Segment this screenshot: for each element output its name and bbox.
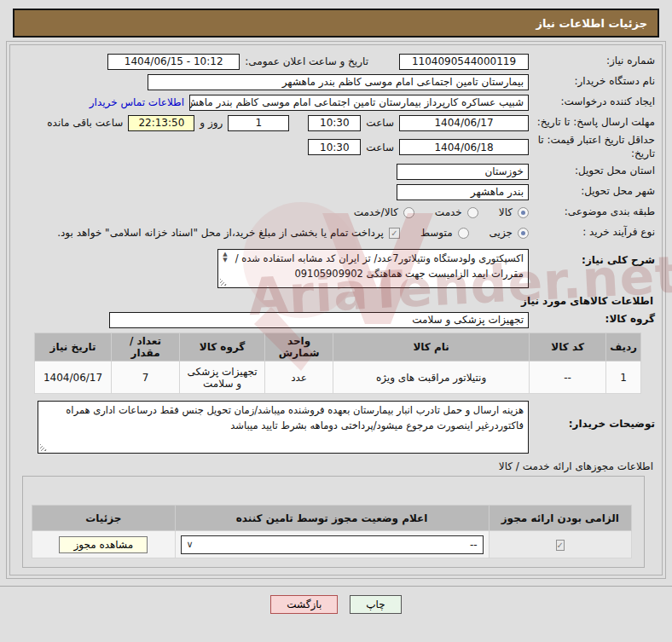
view-license-button[interactable]: مشاهده مجوز (59, 536, 148, 553)
print-button[interactable]: چاپ (350, 595, 401, 614)
cell-quantity: 7 (112, 361, 180, 394)
city-row: شهر محل تحویل: بندر ماهشهر (15, 182, 655, 201)
price-validity-date-field: 1404/06/18 (399, 139, 529, 155)
province-row: استان محل تحویل: خوزستان (15, 162, 655, 181)
cell-item-code: -- (530, 361, 606, 394)
resize-handle-icon[interactable] (220, 278, 228, 286)
page-title-text: جزئیات اطلاعات نیاز (536, 17, 647, 30)
col-quantity: تعداد / مقدار (112, 333, 180, 361)
category-goods-label: کالا (499, 206, 513, 218)
col-row-index: ردیف (606, 333, 641, 361)
need-description-row: شرح کلی نیاز: اکسپکتوری ولودستگاه ونتیلا… (15, 249, 655, 288)
col-license-status: اعلام وضعیت مجوز توسط تامین کننده (175, 506, 489, 531)
price-validity-hour-label: ساعت (366, 142, 394, 153)
goods-group-field: تجهیزات پزشکی و سلامت (109, 312, 529, 328)
main-panel: شماره نیاز: 1104090544000119 تاریخ و ساع… (6, 41, 666, 579)
reply-deadline-row: مهلت ارسال پاسخ: تا تاریخ: 1404/06/17 سا… (15, 113, 655, 132)
goods-section-title: اطلاعات کالاهای مورد نیاز (17, 295, 653, 307)
buyer-notes-label: توضیحات خریدار: (534, 401, 655, 431)
price-validity-row: حداقل تاریخ اعتبار قیمت: تا تاریخ: 1404/… (15, 134, 655, 160)
city-label: شهر محل تحویل: (534, 185, 655, 199)
cell-unit: عدد (265, 361, 333, 394)
purchase-process-label: نوع فرآیند خرید : (534, 226, 655, 240)
subject-class-row: طبقه بندی موضوعی: کالا خدمت کالا/خدمت (15, 203, 655, 222)
process-minor-label: جزیی (490, 227, 513, 239)
col-unit: واحد شمارش (265, 333, 333, 361)
col-item-code: کد کالا (530, 333, 606, 361)
price-validity-time-field: 10:30 (308, 139, 361, 155)
license-table-row: ✓ -- ∨ مشاهده مجوز (32, 531, 632, 558)
buyer-notes-textarea: هزینه ارسال و حمل تادرب انبار بیمارستان … (38, 401, 529, 454)
category-radio-both (403, 207, 414, 218)
announce-label: تاریخ و ساعت اعلان عمومی: (245, 55, 368, 67)
category-radio-service (467, 207, 478, 218)
need-description-text: اکسپکتوری ولودستگاه ونتیلاتور7عدد/ تز ای… (235, 252, 524, 280)
cell-group: تجهیزات پزشکی و سلامت (180, 361, 265, 394)
license-status-select[interactable]: -- ∨ (181, 535, 484, 554)
col-item-name: نام کالا (333, 333, 530, 361)
page-title: جزئیات اطلاعات نیاز (13, 9, 659, 38)
cell-item-name: ونتیلاتور مراقبت های ویژه (333, 361, 530, 394)
price-validity-label: حداقل تاریخ اعتبار قیمت: تا تاریخ: (534, 134, 655, 160)
remaining-days-field: 1 (228, 115, 289, 131)
goods-table-row: 1 -- ونتیلاتور مراقبت های ویژه عدد تجهیز… (35, 361, 641, 394)
form-panel: شماره نیاز: 1104090544000119 تاریخ و ساع… (9, 44, 663, 575)
treasury-checkbox: ✓ (389, 228, 400, 239)
goods-table-header-row: ردیف کد کالا نام کالا واحد شمارش گروه کا… (35, 333, 641, 361)
buyer-org-field: بیمارستان تامین اجتماعی امام موسی کاظم ب… (148, 74, 529, 90)
remaining-time-field: 22:13:50 (128, 115, 194, 131)
subject-class-label: طبقه بندی موضوعی: (534, 205, 655, 219)
cell-license-status: -- ∨ (175, 531, 489, 558)
goods-table: ردیف کد کالا نام کالا واحد شمارش گروه کا… (34, 333, 641, 394)
requester-field: شبیب عساکره کارپرداز بیمارستان تامین اجت… (189, 95, 529, 111)
buyer-org-row: نام دستگاه خریدار: بیمارستان تامین اجتما… (15, 72, 655, 91)
license-table: الزامی بودن ارائه مجوز اعلام وضعیت مجوز … (32, 505, 632, 558)
cell-license-required: ✓ (489, 531, 631, 558)
buyer-notes-row: توضیحات خریدار: هزینه ارسال و حمل تادرب … (15, 401, 655, 454)
buyer-org-label: نام دستگاه خریدار: (534, 75, 655, 89)
remaining-days-label: روز و (200, 117, 223, 129)
col-license-details: جزئیات (32, 506, 176, 531)
goods-group-row: گروه کالا: تجهیزات پزشکی و سلامت (15, 310, 655, 329)
announce-datetime-field: 1404/06/15 - 10:12 (107, 54, 240, 70)
deadline-time-field: 10:30 (308, 115, 361, 131)
reply-deadline-label: مهلت ارسال پاسخ: تا تاریخ: (534, 116, 655, 130)
province-label: استان محل تحویل: (534, 165, 655, 178)
license-section-title: اطلاعات مجوزهای ارائه خدمت / کالا (17, 460, 653, 472)
process-radio-minor (518, 228, 529, 239)
category-both-label: کالا/خدمت (354, 206, 398, 218)
cell-row-index: 1 (606, 361, 641, 394)
goods-group-label: گروه کالا: (534, 313, 655, 327)
deadline-date-field: 1404/06/17 (399, 115, 529, 131)
need-number-field: 1104090544000119 (399, 54, 529, 70)
city-field: بندر ماهشهر (397, 184, 529, 200)
license-required-checkbox: ✓ (556, 540, 565, 551)
col-need-date: تاریخ نیاز (35, 333, 112, 361)
need-details-page: { "title_bar": { "title": "جزئیات اطلاعا… (0, 0, 672, 642)
license-table-header-row: الزامی بودن ارائه مجوز اعلام وضعیت مجوز … (32, 506, 632, 531)
buyer-contact-link[interactable]: اطلاعات تماس خریدار (90, 96, 184, 108)
remaining-time-label: ساعت باقی مانده (47, 117, 123, 129)
footer-actions: بازگشت چاپ (0, 586, 672, 614)
process-radio-medium (458, 228, 469, 239)
buyer-notes-text: هزینه ارسال و حمل تادرب انبار بیمارستان … (66, 404, 524, 431)
resize-handle-icon[interactable] (40, 443, 48, 451)
deadline-hour-label: ساعت (366, 117, 394, 129)
chevron-down-icon: ∨ (187, 539, 194, 550)
textarea-scrollbar[interactable]: ▲▼ (220, 252, 230, 263)
cell-need-date: 1404/06/17 (35, 361, 112, 394)
back-button[interactable]: بازگشت (270, 595, 338, 614)
license-status-value: -- (470, 539, 478, 551)
col-group: گروه کالا (180, 333, 265, 361)
category-radio-goods (518, 207, 529, 218)
category-service-label: خدمت (435, 206, 462, 218)
requester-label: ایجاد کننده درخواست: (534, 95, 655, 109)
requester-row: ایجاد کننده درخواست: شبیب عساکره کارپردا… (15, 93, 655, 112)
need-number-row: شماره نیاز: 1104090544000119 تاریخ و ساع… (15, 52, 655, 71)
purchase-process-row: نوع فرآیند خرید : جزیی متوسط ✓ پرداخت تم… (15, 223, 655, 242)
province-field: خوزستان (397, 164, 529, 180)
cell-license-details: مشاهده مجوز (32, 531, 176, 558)
treasury-note: پرداخت تمام یا بخشی از مبلغ خرید،از محل … (57, 227, 384, 239)
col-license-required: الزامی بودن ارائه مجوز (489, 506, 631, 531)
scroll-down-icon[interactable]: ▼ (223, 257, 227, 263)
